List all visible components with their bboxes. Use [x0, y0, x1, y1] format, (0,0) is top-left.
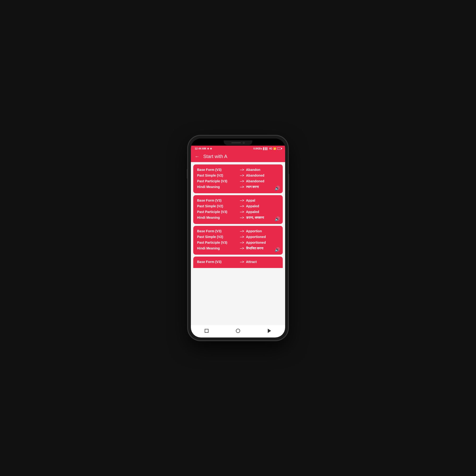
- verb-row: Past Simple (V2) --> Abandoned: [197, 173, 279, 177]
- verb-value: Apportion: [246, 229, 262, 233]
- verb-arrow: -->: [240, 185, 244, 189]
- sound-button[interactable]: 🔊: [275, 247, 280, 252]
- status-bar: 12:44 AM 0.0KB/s ▌▌▌ 4G 📶: [191, 146, 285, 151]
- verb-arrow: -->: [240, 199, 244, 202]
- verb-arrow: -->: [240, 173, 244, 177]
- verb-arrow: -->: [240, 210, 244, 214]
- verb-label: Hindi Meaning: [197, 246, 240, 250]
- verb-value: डराना, धमकाना: [246, 216, 264, 220]
- verb-value: Abandoned: [246, 173, 264, 177]
- verb-card-attract: Base Form (V3) --> Attract: [193, 256, 283, 268]
- network-speed: 0.0KB/s: [254, 147, 262, 150]
- content-area: Base Form (V3) --> Abandon Past Simple (…: [191, 162, 285, 325]
- status-left: 12:44 AM: [195, 147, 212, 150]
- sound-button[interactable]: 🔊: [275, 216, 280, 221]
- home-icon: [236, 329, 240, 333]
- verb-row: Past Simple (V2) --> Apportioned: [197, 235, 279, 239]
- verb-arrow: -->: [240, 229, 244, 233]
- battery-body: [277, 148, 281, 150]
- verb-card-appal: Base Form (V3) --> Appal Past Simple (V2…: [193, 195, 283, 224]
- back-icon: [268, 329, 271, 333]
- battery-icon: [277, 148, 281, 150]
- verb-label: Past Participle (V3): [197, 241, 240, 244]
- wifi-icon: 📶: [273, 147, 276, 150]
- sound-button[interactable]: 🔊: [275, 186, 280, 191]
- bottom-nav: [191, 325, 285, 338]
- verb-label: Base Form (V3): [197, 199, 240, 202]
- verb-arrow: -->: [240, 235, 244, 239]
- verb-row: Hindi Meaning --> विभाजित करना: [197, 246, 279, 250]
- verb-value: त्याग करना: [246, 185, 259, 189]
- verb-label: Hindi Meaning: [197, 216, 240, 220]
- camera: [243, 142, 245, 144]
- verb-card-apportion: Base Form (V3) --> Apportion Past Simple…: [193, 226, 283, 255]
- verb-arrow: -->: [240, 204, 244, 208]
- verb-label: Past Simple (V2): [197, 173, 240, 177]
- verb-arrow: -->: [240, 260, 244, 264]
- verb-value: Attract: [246, 260, 257, 264]
- verb-value: Apportioned: [246, 241, 266, 244]
- verb-row: Base Form (V3) --> Appal: [197, 199, 279, 202]
- verb-label: Base Form (V3): [197, 168, 240, 171]
- phone-frame: 12:44 AM 0.0KB/s ▌▌▌ 4G 📶 ← Start with A: [188, 136, 288, 340]
- verb-row: Past Simple (V2) --> Appaled: [197, 204, 279, 208]
- verb-label: Past Simple (V2): [197, 235, 240, 239]
- verb-row: Hindi Meaning --> त्याग करना: [197, 185, 279, 189]
- notch: [224, 140, 252, 145]
- verb-value: Appaled: [246, 204, 259, 208]
- time-display: 12:44 AM: [195, 147, 206, 150]
- verb-row: Base Form (V3) --> Apportion: [197, 229, 279, 233]
- page-title: Start with A: [203, 154, 227, 159]
- nav-back-button[interactable]: [266, 327, 273, 334]
- nav-recent-button[interactable]: [203, 327, 210, 334]
- verb-label: Past Participle (V3): [197, 210, 240, 214]
- verb-card-abandon: Base Form (V3) --> Abandon Past Simple (…: [193, 165, 283, 193]
- verb-row: Past Participle (V3) --> Apportioned: [197, 241, 279, 244]
- verb-label: Past Simple (V2): [197, 204, 240, 208]
- verb-label: Base Form (V3): [197, 229, 240, 233]
- speaker: [231, 142, 241, 143]
- verb-arrow: -->: [240, 241, 244, 244]
- verb-row: Past Participle (V3) --> Abandoned: [197, 179, 279, 183]
- verb-arrow: -->: [240, 179, 244, 183]
- verb-arrow: -->: [240, 168, 244, 171]
- verb-value: Abandoned: [246, 179, 264, 183]
- verb-row: Past Participle (V3) --> Appaled: [197, 210, 279, 214]
- app-header: ← Start with A: [191, 151, 285, 162]
- verb-value: विभाजित करना: [246, 246, 263, 250]
- verb-value: Appaled: [246, 210, 259, 214]
- verb-arrow: -->: [240, 246, 244, 250]
- status-dot2: [210, 148, 212, 150]
- nav-home-button[interactable]: [235, 327, 241, 334]
- notch-area: [191, 138, 285, 146]
- verb-row: Hindi Meaning --> डराना, धमकाना: [197, 216, 279, 220]
- verb-value: Abandon: [246, 168, 261, 171]
- verb-value: Apportioned: [246, 235, 266, 239]
- status-dot1: [207, 148, 209, 150]
- recent-icon: [205, 329, 208, 333]
- verb-label: Hindi Meaning: [197, 185, 240, 189]
- network-type: 4G: [269, 147, 272, 150]
- verb-row: Base Form (V3) --> Attract: [197, 260, 279, 264]
- back-button[interactable]: ←: [195, 154, 200, 159]
- verb-value: Appal: [246, 199, 255, 202]
- verb-row: Base Form (V3) --> Abandon: [197, 168, 279, 171]
- status-right: 0.0KB/s ▌▌▌ 4G 📶: [254, 147, 281, 150]
- phone-screen: 12:44 AM 0.0KB/s ▌▌▌ 4G 📶 ← Start with A: [191, 138, 285, 338]
- verb-arrow: -->: [240, 216, 244, 220]
- verb-label: Past Participle (V3): [197, 179, 240, 183]
- signal-bars: ▌▌▌: [263, 147, 268, 150]
- verb-label: Base Form (V3): [197, 260, 240, 264]
